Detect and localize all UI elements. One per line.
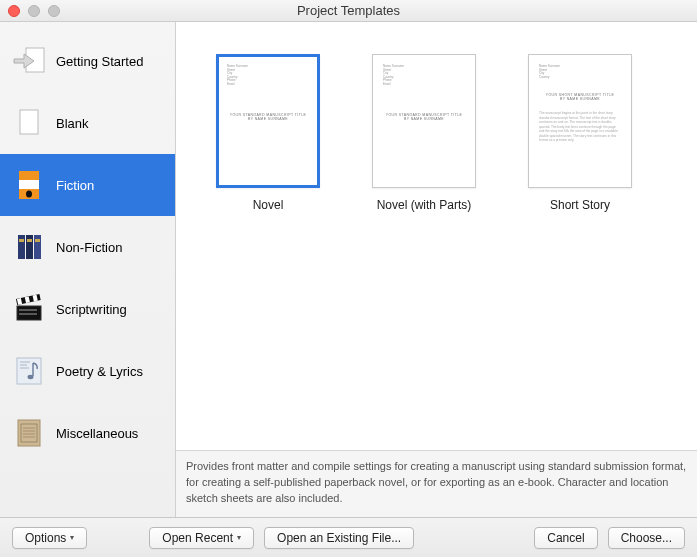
- button-label: Open an Existing File...: [277, 531, 401, 545]
- svg-rect-11: [17, 306, 41, 320]
- document-icon: [12, 416, 46, 450]
- sidebar-item-poetry-lyrics[interactable]: Poetry & Lyrics: [0, 340, 175, 402]
- svg-rect-5: [18, 235, 25, 259]
- cancel-button[interactable]: Cancel: [534, 527, 597, 549]
- svg-rect-3: [19, 180, 39, 189]
- template-thumbnail: Name SurnameStreetCityCountry YOUR SHORT…: [528, 54, 632, 188]
- sidebar-item-fiction[interactable]: Fiction: [0, 154, 175, 216]
- options-button[interactable]: Options ▾: [12, 527, 87, 549]
- blank-page-icon: [12, 106, 46, 140]
- button-label: Options: [25, 531, 66, 545]
- sidebar-item-getting-started[interactable]: Getting Started: [0, 30, 175, 92]
- choose-button[interactable]: Choose...: [608, 527, 685, 549]
- button-label: Cancel: [547, 531, 584, 545]
- chevron-down-icon: ▾: [70, 533, 74, 542]
- open-existing-file-button[interactable]: Open an Existing File...: [264, 527, 414, 549]
- template-thumbnail: Name SurnameStreetCityCountryPhoneEmail …: [372, 54, 476, 188]
- sidebar-item-label: Fiction: [56, 178, 94, 193]
- title-bar: Project Templates: [0, 0, 697, 22]
- svg-rect-1: [20, 110, 38, 134]
- sidebar-item-miscellaneous[interactable]: Miscellaneous: [0, 402, 175, 464]
- sidebar-item-scriptwriting[interactable]: Scriptwriting: [0, 278, 175, 340]
- music-note-page-icon: [12, 354, 46, 388]
- template-thumbnail: Name SurnameStreetCityCountryPhoneEmail …: [216, 54, 320, 188]
- sidebar-item-non-fiction[interactable]: Non-Fiction: [0, 216, 175, 278]
- arrow-right-page-icon: [12, 44, 46, 78]
- books-icon: [12, 230, 46, 264]
- sidebar-item-label: Getting Started: [56, 54, 143, 69]
- penguin-book-icon: [12, 168, 46, 202]
- button-label: Open Recent: [162, 531, 233, 545]
- template-label: Short Story: [550, 198, 610, 212]
- window-controls: [0, 5, 60, 17]
- svg-rect-6: [26, 235, 33, 259]
- dialog-content: Getting Started Blank Fiction: [0, 22, 697, 517]
- template-novel-with-parts[interactable]: Name SurnameStreetCityCountryPhoneEmail …: [372, 54, 476, 212]
- template-label: Novel (with Parts): [377, 198, 472, 212]
- template-short-story[interactable]: Name SurnameStreetCityCountry YOUR SHORT…: [528, 54, 632, 212]
- sidebar-item-label: Scriptwriting: [56, 302, 127, 317]
- svg-rect-9: [27, 239, 32, 242]
- close-window-button[interactable]: [8, 5, 20, 17]
- svg-rect-8: [19, 239, 24, 242]
- sidebar-item-label: Poetry & Lyrics: [56, 364, 143, 379]
- svg-point-22: [28, 375, 34, 379]
- minimize-window-button: [28, 5, 40, 17]
- category-sidebar: Getting Started Blank Fiction: [0, 22, 176, 517]
- svg-point-4: [26, 191, 32, 198]
- sidebar-item-label: Blank: [56, 116, 89, 131]
- template-description: Provides front matter and compile settin…: [176, 450, 697, 517]
- sidebar-item-blank[interactable]: Blank: [0, 92, 175, 154]
- chevron-down-icon: ▾: [237, 533, 241, 542]
- template-label: Novel: [253, 198, 284, 212]
- svg-rect-10: [35, 239, 40, 242]
- sidebar-item-label: Non-Fiction: [56, 240, 122, 255]
- svg-rect-7: [34, 235, 41, 259]
- maximize-window-button: [48, 5, 60, 17]
- template-grid: Name SurnameStreetCityCountryPhoneEmail …: [176, 22, 697, 450]
- template-novel[interactable]: Name SurnameStreetCityCountryPhoneEmail …: [216, 54, 320, 212]
- templates-panel: Name SurnameStreetCityCountryPhoneEmail …: [176, 22, 697, 517]
- dialog-footer: Options ▾ Open Recent ▾ Open an Existing…: [0, 517, 697, 557]
- window-title: Project Templates: [0, 3, 697, 18]
- button-label: Choose...: [621, 531, 672, 545]
- clapperboard-icon: [12, 292, 46, 326]
- open-recent-button[interactable]: Open Recent ▾: [149, 527, 254, 549]
- sidebar-item-label: Miscellaneous: [56, 426, 138, 441]
